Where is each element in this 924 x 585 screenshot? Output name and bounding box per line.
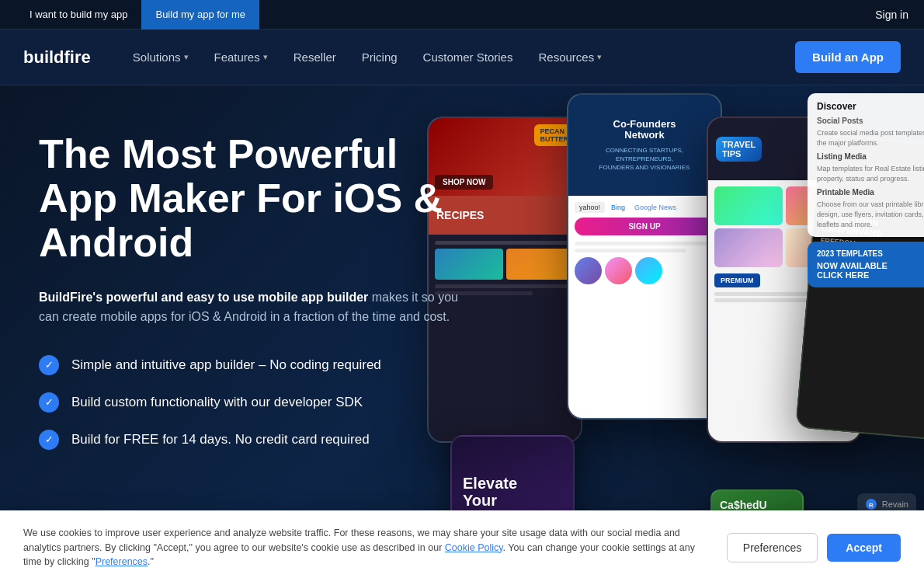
check-icon-1: ✓ xyxy=(39,355,59,375)
build-self-tab[interactable]: I want to build my app xyxy=(16,0,141,30)
right-panel-cards: Discover Social Posts Create social medi… xyxy=(808,93,924,287)
cookie-preferences-link[interactable]: Preferences xyxy=(96,556,148,567)
revain-icon: R xyxy=(865,498,877,510)
chevron-down-icon: ▾ xyxy=(597,52,602,62)
accept-button[interactable]: Accept xyxy=(827,534,901,562)
cookie-policy-link[interactable]: Cookie Policy xyxy=(445,542,503,553)
feature-list: ✓ Simple and intuitive app builder – No … xyxy=(39,355,474,450)
nav-customer-stories[interactable]: Customer Stories xyxy=(412,44,524,70)
hero-title: The Most Powerful App Maker For iOS & An… xyxy=(39,132,474,266)
preferences-button[interactable]: Preferences xyxy=(727,533,818,562)
top-bar-right: Sign in xyxy=(875,9,908,21)
check-icon-3: ✓ xyxy=(39,430,59,450)
feature-item-1: ✓ Simple and intuitive app builder – No … xyxy=(39,355,474,375)
feature-item-3: ✓ Build for FREE for 14 days. No credit … xyxy=(39,430,474,450)
sign-in-link[interactable]: Sign in xyxy=(875,9,908,21)
phone-mockup-3: TRAVELTIPS PREMIUM xyxy=(707,117,862,443)
build-for-me-tab[interactable]: Build my app for me xyxy=(141,0,259,30)
cookie-text: We use cookies to improve user experienc… xyxy=(23,526,711,569)
nav-features[interactable]: Features ▾ xyxy=(203,44,279,70)
hero-subtitle: BuildFire's powerful and easy to use mob… xyxy=(39,287,474,327)
phone-mockup-4: REVOLUTIONCAMPERVANS FREEDOM,REVOLUTIONI… xyxy=(795,134,924,441)
check-icon-2: ✓ xyxy=(39,392,59,413)
svg-text:R: R xyxy=(869,502,874,509)
chevron-down-icon: ▾ xyxy=(263,52,268,62)
feature-item-2: ✓ Build custom functionality with our de… xyxy=(39,392,474,413)
nav-reseller[interactable]: Reseller xyxy=(283,44,347,70)
navbar: buildfire Solutions ▾ Features ▾ Reselle… xyxy=(0,30,924,85)
nav-links: Solutions ▾ Features ▾ Reseller Pricing … xyxy=(122,44,795,70)
top-bar-tabs: I want to build my app Build my app for … xyxy=(16,0,259,30)
logo[interactable]: buildfire xyxy=(23,47,91,68)
build-app-cta-button[interactable]: Build an App xyxy=(795,41,901,73)
nav-solutions[interactable]: Solutions ▾ xyxy=(122,44,200,70)
cookie-actions: Preferences Accept xyxy=(727,533,901,562)
cookie-banner: We use cookies to improve user experienc… xyxy=(0,510,924,585)
chevron-down-icon: ▾ xyxy=(184,52,189,62)
hero-content: The Most Powerful App Maker For iOS & An… xyxy=(39,132,474,450)
nav-resources[interactable]: Resources ▾ xyxy=(527,44,613,70)
nav-pricing[interactable]: Pricing xyxy=(351,44,408,70)
phone-mockup-2: Co-FoundersNetwork CONNECTING STARTUPS, … xyxy=(567,93,722,420)
top-bar: I want to build my app Build my app for … xyxy=(0,0,924,30)
logo-text: buildfire xyxy=(23,47,91,68)
